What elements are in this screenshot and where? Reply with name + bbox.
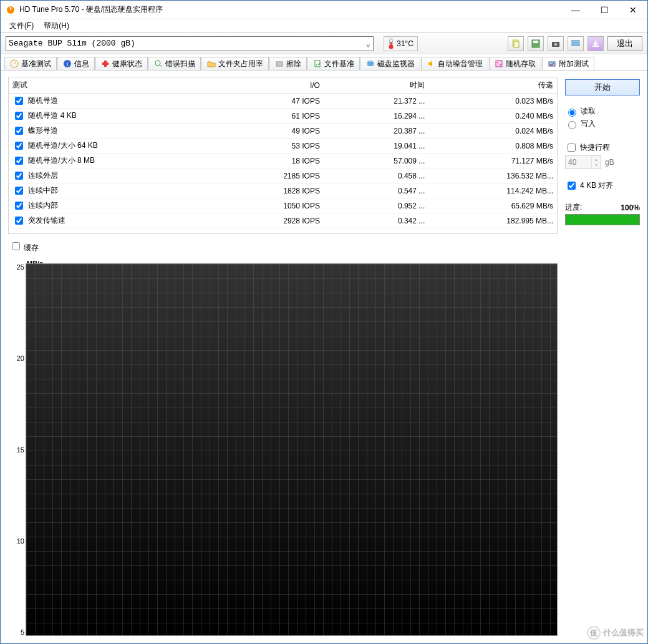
row-checkbox[interactable] bbox=[15, 157, 23, 165]
tab-random[interactable]: 随机存取 bbox=[489, 57, 541, 70]
table-row[interactable]: 连续外层2185 IOPS0.458 ...136.532 MB... bbox=[9, 168, 557, 183]
tab-label: 文件夹占用率 bbox=[218, 59, 263, 69]
y-tick: 5 bbox=[11, 628, 24, 636]
read-label: 读取 bbox=[581, 106, 596, 117]
read-radio[interactable]: 读取 bbox=[565, 106, 640, 117]
monitor-icon bbox=[366, 59, 375, 68]
thermometer-icon bbox=[388, 38, 394, 49]
chevron-down-icon: ⌄ bbox=[365, 39, 370, 49]
table-row[interactable]: 随机寻道 4 KB61 IOPS16.294 ...0.240 MB/s bbox=[9, 109, 557, 124]
progress-value: 100% bbox=[621, 203, 640, 212]
app-window: HD Tune Pro 5.70 - 硬盘/固态硬盘实用程序 — ☐ ✕ 文件(… bbox=[0, 0, 648, 644]
random-icon bbox=[495, 59, 503, 68]
col-header[interactable]: I/O bbox=[219, 77, 324, 94]
app-icon bbox=[6, 5, 16, 15]
row-checkbox[interactable] bbox=[15, 127, 23, 135]
spinner-down[interactable]: ▾ bbox=[591, 162, 600, 168]
svg-rect-8 bbox=[533, 41, 538, 43]
download-button[interactable] bbox=[588, 36, 604, 51]
cache-checkbox[interactable]: 缓存 bbox=[9, 243, 39, 252]
exit-button[interactable]: 退出 bbox=[607, 36, 642, 51]
cache-label: 缓存 bbox=[24, 243, 39, 252]
svg-rect-1 bbox=[10, 7, 11, 10]
tab-label: 随机存取 bbox=[506, 59, 536, 69]
temperature-value: 31°C bbox=[397, 39, 413, 48]
align-4kb-row: 4 KB 对齐 bbox=[565, 178, 640, 193]
svg-point-25 bbox=[500, 64, 501, 66]
table-row[interactable]: 连续内部1050 IOPS0.952 ...65.629 MB/s bbox=[9, 198, 557, 213]
spinner-up[interactable]: ▴ bbox=[591, 157, 600, 162]
tab-aam[interactable]: 自动噪音管理 bbox=[421, 57, 488, 70]
rw-mode: 读取 写入 bbox=[565, 104, 640, 131]
tab-scan[interactable]: 错误扫描 bbox=[148, 57, 201, 70]
row-checkbox[interactable] bbox=[15, 112, 23, 120]
tab-monitor[interactable]: 磁盘监视器 bbox=[360, 57, 420, 70]
screenshot-button[interactable] bbox=[548, 36, 564, 51]
table-row[interactable]: 连续中部1828 IOPS0.547 ...114.242 MB... bbox=[9, 183, 557, 198]
row-checkbox[interactable] bbox=[15, 202, 23, 210]
tab-label: 自动噪音管理 bbox=[438, 59, 483, 69]
aam-icon bbox=[427, 59, 435, 68]
temperature-display: 31°C bbox=[384, 36, 418, 51]
extra-icon bbox=[548, 59, 556, 68]
save-button[interactable] bbox=[528, 36, 544, 51]
cache-checkbox-row: 缓存 bbox=[9, 240, 558, 253]
filebench-icon bbox=[313, 59, 322, 68]
table-row[interactable]: 随机寻道47 IOPS21.372 ...0.023 MB/s bbox=[9, 94, 557, 109]
minimize-button[interactable]: — bbox=[561, 1, 590, 19]
window-controls: — ☐ ✕ bbox=[561, 1, 647, 19]
gauge-icon bbox=[10, 59, 19, 68]
tab-health[interactable]: 健康状态 bbox=[95, 57, 148, 70]
tab-extra[interactable]: 附加测试 bbox=[542, 57, 594, 70]
tab-info[interactable]: i信息 bbox=[57, 57, 95, 70]
row-checkbox[interactable] bbox=[15, 97, 23, 105]
row-checkbox[interactable] bbox=[15, 187, 23, 195]
tab-folder[interactable]: 文件夹占用率 bbox=[201, 57, 269, 70]
erase-icon bbox=[275, 59, 284, 68]
table-row[interactable]: 蝶形寻道49 IOPS20.387 ...0.024 MB/s bbox=[9, 124, 557, 139]
shortstroke-num: 40 bbox=[568, 158, 576, 167]
row-checkbox[interactable] bbox=[15, 217, 23, 225]
health-icon bbox=[101, 59, 110, 68]
scan-icon bbox=[154, 59, 163, 68]
titlebar: HD Tune Pro 5.70 - 硬盘/固态硬盘实用程序 — ☐ ✕ bbox=[1, 1, 647, 19]
svg-point-10 bbox=[554, 42, 558, 46]
row-checkbox[interactable] bbox=[15, 142, 23, 150]
align-4kb-checkbox[interactable]: 4 KB 对齐 bbox=[565, 180, 640, 192]
menu-file[interactable]: 文件(F) bbox=[4, 19, 39, 32]
svg-rect-23 bbox=[496, 61, 502, 67]
progress-group: 进度: 100% bbox=[565, 202, 640, 225]
col-header[interactable]: 时间 bbox=[324, 77, 428, 94]
folder-icon bbox=[207, 59, 216, 68]
col-header[interactable]: 测试 bbox=[9, 77, 219, 94]
progress-label: 进度: bbox=[565, 202, 582, 213]
drive-select[interactable]: Seagate BUP Slim (2000 gB) ⌄ bbox=[6, 36, 374, 51]
shortstroke-group: 快捷行程 40 ▴▾ gB bbox=[565, 140, 640, 169]
tab-label: 基准测试 bbox=[21, 59, 51, 69]
table-row[interactable]: 随机寻道/大小 64 KB53 IOPS19.041 ...0.808 MB/s bbox=[9, 139, 557, 154]
maximize-button[interactable]: ☐ bbox=[590, 1, 619, 19]
left-pane: 测试I/O时间传递 随机寻道47 IOPS21.372 ...0.023 MB/… bbox=[8, 77, 558, 636]
copy-button[interactable] bbox=[508, 36, 524, 51]
y-tick: 10 bbox=[11, 537, 24, 545]
tab-label: 健康状态 bbox=[112, 59, 142, 69]
table-row[interactable]: 随机寻道/大小 8 MB18 IOPS57.009 ...71.127 MB/s bbox=[9, 154, 557, 168]
results-table: 测试I/O时间传递 随机寻道47 IOPS21.372 ...0.023 MB/… bbox=[8, 77, 558, 234]
menu-help[interactable]: 帮助(H) bbox=[39, 19, 74, 32]
settings-button[interactable] bbox=[568, 36, 584, 51]
row-checkbox[interactable] bbox=[15, 172, 23, 180]
tab-content: 测试I/O时间传递 随机寻道47 IOPS21.372 ...0.023 MB/… bbox=[1, 71, 647, 643]
start-button[interactable]: 开始 bbox=[565, 79, 640, 95]
col-header[interactable]: 传递 bbox=[428, 77, 557, 94]
shortstroke-checkbox[interactable]: 快捷行程 bbox=[565, 142, 640, 154]
table-row[interactable]: 突发传输速2928 IOPS0.342 ...182.995 MB... bbox=[9, 213, 557, 228]
close-button[interactable]: ✕ bbox=[619, 1, 647, 19]
shortstroke-value: 40 ▴▾ gB bbox=[565, 155, 640, 169]
write-label: 写入 bbox=[581, 119, 596, 129]
shortstroke-spinner[interactable]: 40 ▴▾ bbox=[565, 155, 601, 169]
write-radio[interactable]: 写入 bbox=[565, 119, 640, 129]
tab-filebench[interactable]: 文件基准 bbox=[307, 57, 360, 70]
svg-rect-20 bbox=[276, 62, 283, 66]
tab-gauge[interactable]: 基准测试 bbox=[4, 57, 57, 70]
tab-erase[interactable]: 擦除 bbox=[269, 57, 307, 70]
